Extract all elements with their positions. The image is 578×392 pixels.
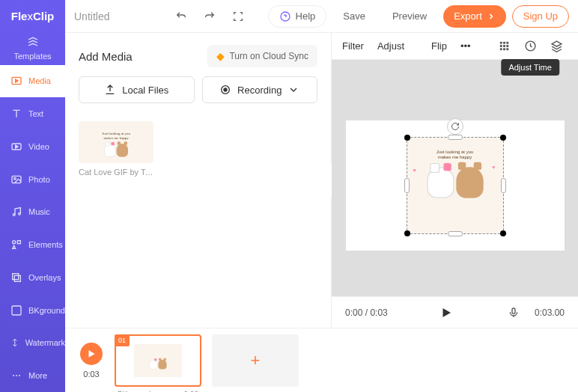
grid-view-button[interactable]	[498, 38, 511, 55]
bkground-icon	[10, 304, 22, 316]
canvas[interactable]: ♥ ♥ Just looking at youmakes me happy	[346, 120, 565, 251]
layers-button[interactable]	[550, 38, 563, 55]
flip-button[interactable]: Flip	[431, 40, 447, 52]
undo-icon	[175, 10, 187, 22]
add-clip-button[interactable]: +	[212, 334, 299, 387]
play-icon	[86, 349, 97, 359]
media-item[interactable]: Just looking at youmakes me happy Cat Lo…	[79, 121, 153, 177]
preview-toolbar: Filter Adjust Flip ••• Adjust Time	[332, 33, 578, 60]
logo: FlexClip	[0, 0, 65, 32]
svg-rect-20	[503, 45, 505, 47]
svg-point-12	[16, 375, 17, 376]
overlays-icon	[10, 272, 22, 284]
timeline-play-button[interactable]	[80, 343, 103, 365]
media-panel: Add Media ◆ Turn on Cloud Sync Local Fil…	[65, 33, 332, 328]
sidebar-item-video[interactable]: Video	[0, 130, 65, 163]
sidebar-item-bkground[interactable]: BKground	[0, 294, 65, 327]
clip-badge: 01	[115, 334, 130, 346]
sidebar-item-music[interactable]: Music	[0, 196, 65, 229]
fullscreen-button[interactable]	[227, 5, 249, 28]
sidebar-item-media[interactable]: Media	[0, 65, 65, 98]
rotate-handle[interactable]	[447, 118, 463, 135]
elements-icon	[10, 239, 22, 251]
export-button[interactable]: Export	[443, 5, 506, 28]
preview-button[interactable]: Preview	[382, 5, 437, 28]
undo-button[interactable]	[170, 5, 192, 28]
grid-icon	[498, 40, 511, 52]
sidebar-item-text[interactable]: Text	[0, 97, 65, 130]
sidebar-item-elements[interactable]: Elements	[0, 228, 65, 261]
svg-rect-22	[499, 48, 502, 50]
signup-button[interactable]: Sign Up	[512, 5, 569, 28]
clock-icon	[524, 40, 537, 52]
sidebar-item-more[interactable]: More	[0, 359, 65, 392]
svg-point-3	[14, 177, 16, 180]
svg-rect-17	[503, 42, 505, 44]
sidebar-item-label: Overlays	[28, 273, 61, 282]
rotate-icon	[451, 122, 460, 131]
canvas-area[interactable]: ♥ ♥ Just looking at youmakes me happy	[332, 60, 578, 296]
play-icon	[439, 306, 453, 319]
filter-button[interactable]: Filter	[342, 40, 364, 52]
svg-rect-21	[506, 45, 508, 47]
timeline: 0:03 01 BKground 0:03 +	[65, 328, 578, 392]
plus-icon: +	[251, 351, 261, 370]
local-files-button[interactable]: Local Files	[79, 76, 195, 103]
mic-button[interactable]	[505, 304, 523, 322]
svg-rect-16	[499, 42, 502, 44]
upload-icon	[104, 84, 116, 96]
media-item-label: Cat Love GIF by Tonton ...	[79, 168, 153, 177]
preview-panel: Filter Adjust Flip ••• Adjust Time	[332, 33, 578, 328]
sidebar-item-label: More	[28, 371, 47, 380]
svg-rect-7	[17, 241, 20, 244]
svg-rect-9	[14, 275, 20, 281]
clip-duration: 0:03.00	[535, 307, 565, 318]
mic-icon	[508, 307, 520, 319]
media-thumbnail: Just looking at youmakes me happy	[79, 121, 153, 163]
save-button[interactable]: Save	[332, 5, 376, 28]
text-icon	[10, 108, 22, 120]
tooltip: Adjust Time	[501, 59, 559, 76]
timeline-clip[interactable]: 01 BKground 0:03	[115, 334, 201, 387]
layers-icon	[550, 40, 563, 52]
svg-rect-19	[499, 45, 502, 47]
cloud-sync-button[interactable]: ◆ Turn on Cloud Sync	[207, 45, 317, 67]
selected-element[interactable]: ♥ ♥ Just looking at youmakes me happy	[407, 137, 504, 234]
more-options-button[interactable]: •••	[460, 40, 471, 52]
photo-icon	[10, 174, 22, 186]
sidebar-item-watermark[interactable]: Watermark	[0, 327, 65, 360]
svg-point-4	[13, 214, 15, 216]
svg-rect-18	[506, 42, 508, 44]
svg-point-15	[224, 88, 227, 91]
sidebar-item-label: Text	[28, 109, 43, 118]
templates-icon	[27, 37, 39, 49]
sidebar-item-photo[interactable]: Photo	[0, 163, 65, 196]
sidebar-item-label: Media	[28, 76, 51, 85]
help-label: Help	[296, 10, 316, 22]
sidebar-item-label: Elements	[28, 240, 63, 249]
arrow-right-icon	[487, 12, 496, 21]
more-icon	[10, 370, 22, 382]
clip-thumbnail	[134, 344, 182, 377]
chevron-down-icon	[288, 84, 299, 96]
sidebar-item-templates[interactable]: Templates	[0, 32, 65, 65]
svg-rect-8	[13, 274, 19, 280]
help-icon	[279, 10, 291, 22]
record-icon	[219, 84, 231, 96]
svg-point-5	[19, 213, 21, 215]
help-button[interactable]: Help	[268, 5, 327, 28]
svg-point-11	[13, 375, 14, 376]
adjust-time-button[interactable]: Adjust Time	[524, 38, 537, 55]
svg-rect-26	[512, 308, 515, 313]
recording-button[interactable]: Recording	[202, 76, 318, 103]
music-icon	[10, 206, 22, 218]
play-button[interactable]	[437, 304, 455, 322]
redo-button[interactable]	[198, 5, 221, 28]
sidebar: FlexClip Templates Media Text Video Phot…	[0, 0, 65, 392]
project-title-input[interactable]	[74, 10, 164, 22]
svg-rect-10	[12, 306, 21, 315]
media-icon	[10, 75, 22, 87]
sidebar-item-label: Watermark	[25, 338, 65, 347]
adjust-button[interactable]: Adjust	[377, 40, 404, 52]
sidebar-item-overlays[interactable]: Overlays	[0, 261, 65, 294]
